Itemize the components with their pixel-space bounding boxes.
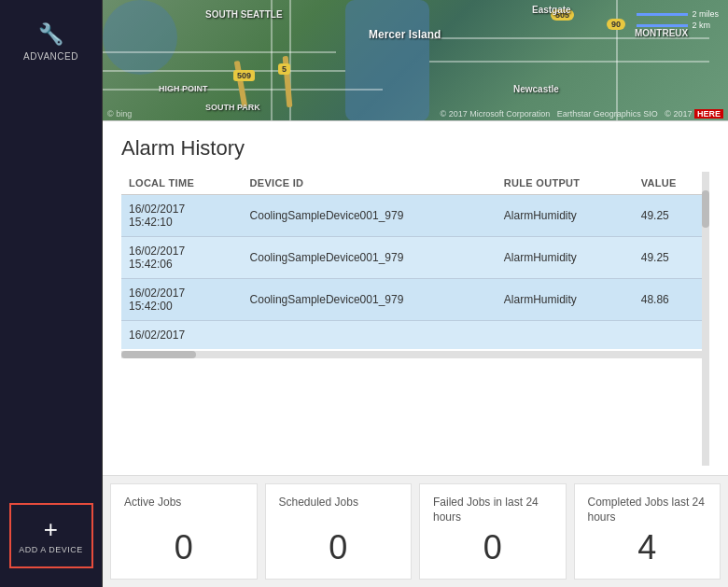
horizontal-scrollbar[interactable] <box>121 351 709 358</box>
newcastle-label: Newcastle <box>513 84 559 94</box>
stat-card-completed-jobs: Completed Jobs last 24 hours4 <box>574 483 721 580</box>
stat-label-scheduled-jobs: Scheduled Jobs <box>279 496 358 510</box>
stat-value-scheduled-jobs: 0 <box>279 528 399 567</box>
south-seattle-label: SOUTH SEATTLE <box>205 9 283 20</box>
table-fade <box>121 447 709 466</box>
col-device-id: DEVICE ID <box>243 172 497 195</box>
map-scale: 2 miles 2 km <box>637 9 719 30</box>
cell-local-time: 16/02/2017 15:42:00 <box>121 279 243 321</box>
stat-value-failed-jobs: 0 <box>433 528 553 567</box>
alarm-table-wrapper[interactable]: LOCAL TIME DEVICE ID RULE OUTPUT VALUE 1… <box>121 172 709 466</box>
col-rule-output: RULE OUTPUT <box>497 172 634 195</box>
south-park-label: SOUTH PARK <box>205 103 260 112</box>
stat-value-completed-jobs: 4 <box>588 528 707 567</box>
vertical-scrollbar[interactable] <box>702 172 709 466</box>
map-attribution: © 2017 Microsoft Corporation Earthstar G… <box>441 109 723 119</box>
cell-rule-output: AlarmHumidity <box>497 195 634 237</box>
table-row[interactable]: 16/02/2017 15:42:00CoolingSampleDevice00… <box>121 279 709 321</box>
cell-local-time: 16/02/2017 15:42:06 <box>121 237 243 279</box>
cell-device-id: CoolingSampleDevice001_979 <box>243 237 497 279</box>
cell-rule-output: AlarmHumidity <box>497 279 634 321</box>
cell-rule-output: AlarmHumidity <box>497 237 634 279</box>
cell-local-time: 16/02/2017 15:42:10 <box>121 195 243 237</box>
stat-card-active-jobs: Active Jobs0 <box>110 483 258 580</box>
sidebar-advanced-label: ADVANCED <box>23 51 78 62</box>
map-background: 509 5 505 90 SOUTH SEATTLE HIGH POINT SO… <box>103 0 728 120</box>
v-scroll-thumb <box>702 190 709 228</box>
cell-device-id: CoolingSampleDevice001_979 <box>243 195 497 237</box>
sidebar-bottom: + ADD A DEVICE <box>0 503 102 578</box>
cell-value <box>634 321 709 350</box>
cell-value: 48.86 <box>634 279 709 321</box>
high-point-label: HIGH POINT <box>159 84 208 93</box>
main-content: 509 5 505 90 SOUTH SEATTLE HIGH POINT SO… <box>103 0 728 587</box>
stat-value-active-jobs: 0 <box>124 528 244 567</box>
cell-rule-output <box>497 321 634 350</box>
alarm-history-title: Alarm History <box>121 136 709 161</box>
stat-card-scheduled-jobs: Scheduled Jobs0 <box>265 483 413 580</box>
stat-label-completed-jobs: Completed Jobs last 24 hours <box>588 496 707 524</box>
stat-label-failed-jobs: Failed Jobs in last 24 hours <box>433 496 553 524</box>
table-row[interactable]: 16/02/2017 15:42:06CoolingSampleDevice00… <box>121 237 709 279</box>
add-device-label: ADD A DEVICE <box>19 545 83 554</box>
alarm-section: Alarm History LOCAL TIME DEVICE ID RULE … <box>103 121 728 475</box>
cell-value: 49.25 <box>634 195 709 237</box>
cell-local-time: 16/02/2017 <box>121 321 243 350</box>
sidebar-item-advanced[interactable]: 🔧 ADVANCED <box>0 9 102 75</box>
cell-device-id <box>243 321 497 350</box>
cell-device-id: CoolingSampleDevice001_979 <box>243 279 497 321</box>
col-local-time: LOCAL TIME <box>121 172 243 195</box>
cell-value: 49.25 <box>634 237 709 279</box>
stat-card-failed-jobs: Failed Jobs in last 24 hours0 <box>419 483 567 580</box>
stat-label-active-jobs: Active Jobs <box>124 496 181 510</box>
alarm-table: LOCAL TIME DEVICE ID RULE OUTPUT VALUE 1… <box>121 172 709 349</box>
plus-icon: + <box>44 517 59 541</box>
map-container: 509 5 505 90 SOUTH SEATTLE HIGH POINT SO… <box>103 0 728 121</box>
sidebar: 🔧 ADVANCED + ADD A DEVICE <box>0 0 103 587</box>
bing-attribution: © bing <box>107 109 132 119</box>
col-value: VALUE <box>634 172 709 195</box>
table-row[interactable]: 16/02/2017 15:42:10CoolingSampleDevice00… <box>121 195 709 237</box>
stats-row: Active Jobs0Scheduled Jobs0Failed Jobs i… <box>103 475 728 587</box>
eastgate-label: Eastgate <box>532 5 571 15</box>
add-device-button[interactable]: + ADD A DEVICE <box>9 503 93 568</box>
sidebar-top: 🔧 ADVANCED <box>0 9 102 75</box>
table-row[interactable]: 16/02/2017 <box>121 321 709 350</box>
h-scroll-thumb <box>121 351 196 358</box>
wrench-icon: 🔧 <box>38 22 64 47</box>
mercer-island-label: Mercer Island <box>369 28 441 41</box>
